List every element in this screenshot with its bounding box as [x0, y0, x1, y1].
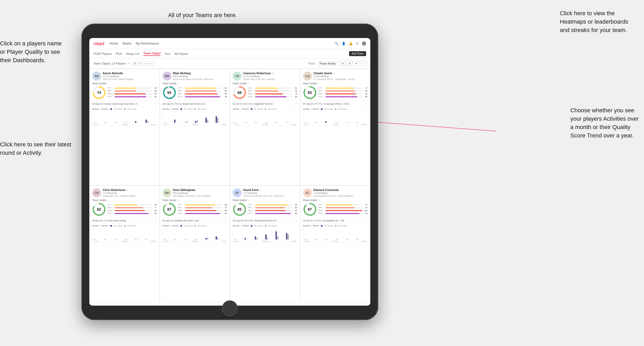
recent-round[interactable]: 02 Sep 23 | Sunset round to get back int… [92, 101, 157, 107]
player-info: David Ford ✓ 1-5 Handicap Royal North De… [243, 188, 297, 197]
player-club: Stq Magins Golf Club, United Kingdom [173, 195, 227, 197]
recent-round[interactable]: 07 Aug 23 | 77 (+7), St George's Hill GC… [303, 101, 368, 107]
quality-circle[interactable]: 93 [163, 86, 176, 99]
player-name[interactable]: Cameron Robertson ✓ [243, 72, 297, 75]
tab-pga[interactable]: PGA [116, 52, 122, 55]
player-name[interactable]: Blair McHarg [173, 72, 227, 75]
player-name[interactable]: Charlie Quick ✓ [314, 72, 368, 75]
stat-row-putt: PUTT 96 [248, 212, 297, 215]
tab-tour[interactable]: Tour [165, 52, 170, 55]
settings-icon[interactable]: ⚙ [356, 42, 359, 45]
player-name[interactable]: Dave Billingham [173, 188, 227, 192]
quality-number: 74 [97, 91, 101, 95]
add-team-button[interactable]: Add Team [349, 51, 366, 56]
off-course-legend-label: Off course [127, 225, 136, 227]
player-name[interactable]: Aaron Nicholls [103, 72, 157, 75]
off-course-legend-label: Off course [127, 108, 136, 110]
stat-row-ott: OTT 61 [248, 87, 297, 89]
player-card-dave-billingham[interactable]: DB Dave Billingham Plus Handicap Stq Mag… [160, 185, 230, 302]
chart-area: 31 Jul 21 Aug 4 Sep [303, 111, 368, 126]
quality-label: Player Quality ⓘ [92, 199, 157, 202]
player-name[interactable]: Edward Crossman [314, 188, 368, 192]
player-avatar: CQ [303, 72, 312, 81]
quality-circle[interactable]: 87 [163, 203, 176, 216]
recent-round[interactable]: 02 Jul 23 | 59 (+17), Craigmillar Park G… [233, 101, 297, 107]
player-club: Sunningdale Golf Club, United Kingdom [314, 195, 368, 197]
filter-input[interactable]: Filter by name [138, 62, 153, 65]
tab-team-clippd[interactable]: Team Clippd [143, 52, 160, 56]
quality-circle[interactable]: 87 [303, 203, 317, 216]
table-view-btn[interactable]: ☰ [347, 61, 352, 66]
player-card-aaron-nicholls[interactable]: AN Aaron Nicholls 11:15 Handicap Drift G… [89, 69, 160, 185]
ipad-home-button[interactable] [222, 300, 238, 316]
recent-round[interactable]: 03 Mar 23 | 19, Must make putting → [92, 218, 157, 223]
user-icon[interactable]: 👤 [342, 42, 346, 45]
activity-section: Activity · 1 Month On course Off course [303, 108, 368, 126]
off-course-legend-dot [124, 225, 126, 227]
round-arrow-icon: → [154, 102, 157, 105]
stat-row-app: APP 80 [318, 90, 368, 92]
nav-teams[interactable]: Teams [122, 42, 131, 45]
player-card-david-ford[interactable]: DF David Ford ✓ 1-5 Handicap Royal North… [230, 185, 300, 302]
nav-home[interactable]: Home [110, 42, 118, 45]
player-name[interactable]: Chris Robertson ✓ [103, 188, 157, 192]
player-name[interactable]: David Ford ✓ [243, 188, 297, 192]
quality-stats: OTT 73 APP 79 ARG 103 PUTT 92 [318, 204, 368, 215]
activity-title: Activity · 1 Month [233, 225, 249, 227]
recent-round[interactable]: 18 Jul 23 | 74 (+4), Sunningdale GC - Ol… [303, 218, 368, 223]
player-header: CR Chris Robertson ✓ 1-5 Handicap Craigm… [92, 188, 157, 197]
chart-area: 31 Jul 21 Aug 4 Sep [233, 111, 297, 126]
show-select[interactable]: Player Activity [318, 61, 338, 66]
stat-row-arg: ARG 81 [107, 209, 157, 212]
tab-pgat-players[interactable]: PGAT Players [94, 52, 112, 55]
player-card-blair-mcharg[interactable]: BM Blair McHarg Plus Handicap Royal Nort… [160, 69, 230, 185]
off-course-legend-dot [265, 225, 266, 227]
tab-all-players[interactable]: All Players [175, 52, 188, 55]
recent-round[interactable]: 26 Aug 23 | 73 (+1), Royal North Devon G… [163, 101, 227, 107]
edit-icon[interactable]: ✏ [128, 62, 130, 65]
quality-circle[interactable]: 68 [233, 86, 246, 99]
search-icon[interactable]: 🔍 [335, 42, 339, 45]
on-course-legend-dot [110, 108, 112, 110]
nav-my-performance[interactable]: My Performance [136, 42, 159, 45]
grid-view-btn[interactable]: ⊞ [340, 61, 346, 66]
stat-row-app: APP 58 [107, 90, 157, 92]
on-course-legend-dot [251, 108, 252, 110]
quality-label: Player Quality ⓘ [163, 199, 227, 202]
player-card-chris-robertson[interactable]: CR Chris Robertson ✓ 1-5 Handicap Craigm… [89, 185, 160, 302]
player-avatar: DF [233, 188, 242, 197]
chart-area: 31 Jul 21 Aug 4 Sep [92, 111, 157, 126]
activity-header: Activity · 1 Month On course Off course [163, 108, 227, 110]
activity-section: Activity · 1 Month On course Off course [92, 108, 157, 126]
chart-bars [92, 228, 157, 239]
quality-number: 85 [237, 207, 242, 211]
recent-round-text: 18 Jul 23 | 74 (+4), Sunningdale GC - Ol… [303, 219, 344, 222]
tab-hcaps[interactable]: Hcaps 1-5 [126, 52, 139, 55]
quality-circle[interactable]: 85 [233, 203, 246, 216]
player-info: Edward Crossman 1-5 Handicap Sunningdale… [314, 188, 368, 197]
player-card-charlie-quick[interactable]: CQ Charlie Quick ✓ 6:10 Handicap St. Geo… [300, 69, 371, 185]
recent-round[interactable]: 26 Aug 23 | 84 (+12), Royal North Devon … [233, 218, 297, 223]
player-header: AN Aaron Nicholls 11:15 Handicap Drift G… [92, 72, 157, 81]
quality-circle[interactable]: 82 [92, 203, 106, 216]
sort-btn[interactable]: ↕ [360, 61, 366, 66]
stat-row-putt: PUTT 92 [318, 212, 368, 215]
bell-icon[interactable]: 🔔 [349, 42, 353, 45]
quality-circle[interactable]: 83 [303, 86, 317, 99]
player-card-edward-crossman[interactable]: EC Edward Crossman 1-5 Handicap Sunningd… [300, 185, 371, 302]
activity-header: Activity · 1 Month On course Off course [303, 108, 368, 110]
on-course-legend-dot [180, 108, 182, 110]
round-arrow-icon: → [224, 102, 227, 105]
recent-round-text: 07 Aug 23 | 77 (+7), St George's Hill GC… [303, 103, 351, 105]
avatar[interactable] [362, 41, 366, 46]
recent-round[interactable]: 04 Sep 23 | Mobility with coach, Gym → [163, 218, 227, 223]
round-arrow-icon: → [365, 102, 367, 105]
stat-row-putt: PUTT 94 [178, 212, 227, 215]
activity-header: Activity · 1 Month On course Off course [163, 225, 227, 227]
off-course-legend-dot [335, 108, 336, 110]
player-card-cameron-robertson[interactable]: CR Cameron Robertson ✓ 11:15 Handicap Ro… [230, 69, 300, 185]
on-course-legend-label: On course [324, 108, 333, 110]
filter-btn[interactable]: ▼ [354, 61, 359, 66]
activity-header: Activity · 1 Month On course Off course [233, 108, 297, 110]
quality-circle[interactable]: 74 [92, 86, 106, 99]
